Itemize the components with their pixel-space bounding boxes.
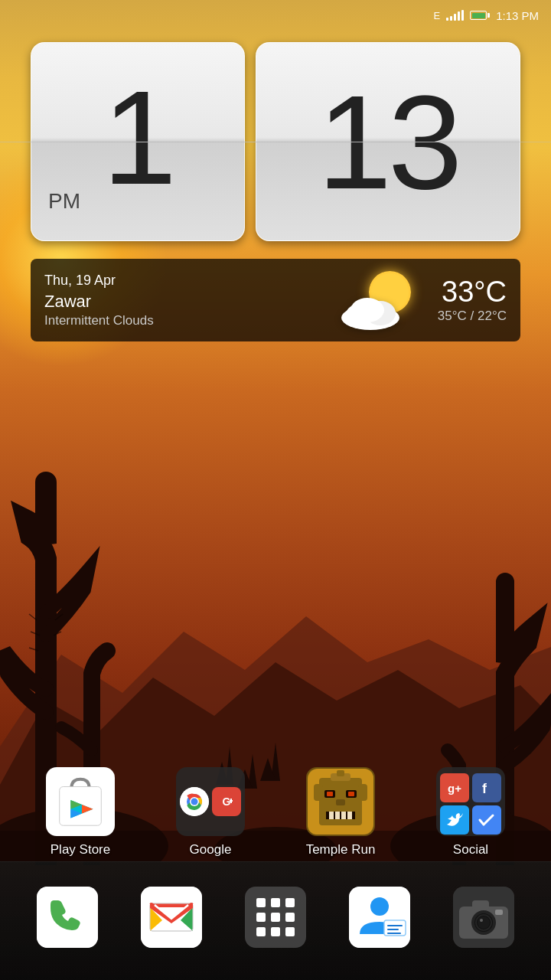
svg-point-14 — [350, 298, 384, 322]
play-store-label: Play Store — [51, 842, 110, 858]
svg-rect-52 — [271, 898, 280, 907]
svg-rect-65 — [387, 925, 403, 926]
app-item-temple-run[interactable]: Temple Run — [287, 767, 394, 858]
temple-run-label: Temple Run — [306, 842, 376, 858]
temple-run-icon[interactable] — [306, 767, 375, 836]
clock-hour-number: 1 — [103, 70, 173, 204]
svg-text:G: G — [223, 795, 231, 808]
apps-grid-icon[interactable] — [245, 887, 306, 948]
svg-rect-75 — [472, 900, 489, 910]
bottom-dock — [0, 861, 551, 980]
svg-rect-36 — [341, 812, 346, 819]
dock-item-people[interactable] — [337, 871, 422, 963]
app-item-play-store[interactable]: Play Store — [27, 767, 134, 858]
network-type-icon: E — [433, 10, 440, 21]
twitter-icon — [440, 805, 469, 835]
svg-rect-37 — [347, 812, 352, 819]
weather-widget[interactable]: Thu, 19 Apr Zawar Intermittent Clouds 33… — [31, 259, 520, 341]
google-label: Google — [190, 842, 232, 858]
weather-temperature: 33°C 35°C / 22°C — [415, 276, 507, 324]
tasks-icon — [472, 805, 501, 835]
svg-rect-33 — [336, 799, 345, 805]
svg-rect-35 — [335, 812, 340, 819]
weather-temp-range: 35°C / 22°C — [415, 309, 507, 324]
svg-point-24 — [191, 799, 198, 805]
people-app-icon[interactable] — [349, 887, 410, 948]
phone-app-icon[interactable] — [37, 887, 98, 948]
camera-svg — [453, 887, 514, 948]
cloud-icon — [338, 289, 403, 331]
gmail-svg — [141, 887, 202, 948]
svg-rect-31 — [327, 792, 333, 796]
gmail-app-icon[interactable] — [141, 887, 202, 948]
svg-rect-53 — [285, 898, 295, 907]
svg-text:f: f — [482, 781, 487, 796]
social-label: Social — [453, 842, 488, 858]
svg-rect-34 — [329, 812, 334, 819]
weather-date: Thu, 19 Apr — [44, 273, 338, 289]
people-svg — [349, 887, 410, 948]
google-app-icon: G — [212, 787, 241, 816]
svg-rect-56 — [285, 913, 295, 922]
dock-item-phone[interactable] — [25, 871, 109, 963]
facebook-icon: f — [472, 773, 501, 802]
svg-text:g+: g+ — [448, 782, 461, 795]
svg-rect-38 — [314, 784, 323, 801]
apps-svg — [245, 887, 306, 948]
play-store-icon[interactable] — [46, 767, 115, 836]
signal-strength-icon — [446, 10, 464, 21]
svg-point-73 — [480, 919, 483, 922]
app-shelf: Play Store G — [0, 767, 551, 858]
weather-city: Zawar — [44, 292, 338, 312]
clock-minutes-divider — [143, 142, 551, 142]
svg-point-61 — [370, 897, 389, 916]
googleplus-icon: g+ — [440, 773, 469, 802]
google-folder-icon[interactable]: G — [176, 767, 245, 836]
svg-rect-59 — [285, 927, 295, 936]
camera-app-icon[interactable] — [453, 887, 514, 948]
svg-rect-60 — [349, 887, 410, 948]
status-bar: E 1:13 PM — [0, 0, 551, 31]
status-time: 1:13 PM — [496, 9, 539, 22]
dock-item-gmail[interactable] — [129, 871, 214, 963]
svg-point-72 — [478, 916, 490, 929]
svg-rect-51 — [256, 898, 266, 907]
clock-widget[interactable]: 1 PM 13 — [31, 42, 520, 241]
dock-item-apps[interactable] — [233, 871, 318, 963]
weather-condition: Intermittent Clouds — [44, 313, 338, 328]
clock-ampm: PM — [31, 189, 80, 214]
social-folder-icon[interactable]: g+ f — [436, 767, 505, 836]
weather-info: Thu, 19 Apr Zawar Intermittent Clouds — [44, 273, 338, 328]
play-store-svg — [51, 772, 109, 831]
svg-rect-66 — [387, 929, 399, 930]
phone-svg — [37, 887, 98, 948]
svg-rect-67 — [387, 933, 401, 934]
app-item-social[interactable]: g+ f Social — [417, 767, 524, 858]
svg-rect-54 — [256, 913, 266, 922]
svg-rect-55 — [271, 913, 280, 922]
clock-minutes-tile[interactable]: 13 — [256, 42, 520, 241]
chrome-icon — [180, 787, 209, 816]
svg-rect-74 — [495, 910, 503, 915]
svg-rect-58 — [271, 927, 280, 936]
svg-rect-44 — [37, 887, 98, 948]
weather-icon-area — [338, 270, 415, 331]
svg-rect-57 — [256, 927, 266, 936]
svg-rect-32 — [348, 792, 354, 796]
app-item-google[interactable]: G Google — [157, 767, 264, 858]
svg-rect-41 — [337, 770, 344, 776]
weather-current-temp: 33°C — [415, 276, 507, 309]
battery-icon — [470, 11, 490, 20]
dock-item-camera[interactable] — [442, 871, 526, 963]
temple-run-svg — [308, 769, 373, 835]
svg-rect-39 — [358, 784, 367, 801]
